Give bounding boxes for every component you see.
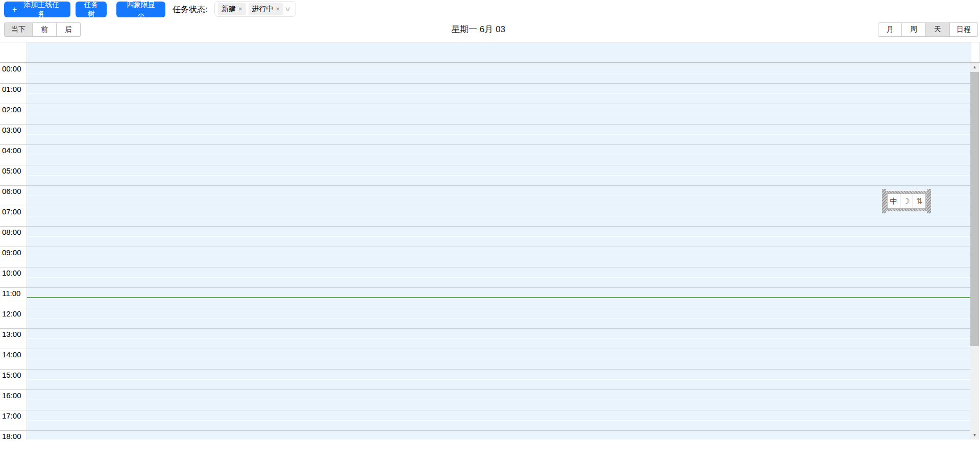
status-tag-label: 新建 [222,5,236,14]
add-main-task-label: 添加主线任务 [20,1,62,19]
time-slot-15:00[interactable] [27,369,970,389]
top-toolbar: + 添加主线任务 任务树 四象限显示 任务状态: 新建×进行中×∨ [0,0,980,20]
allday-lane[interactable] [27,42,971,62]
time-slot-07:00[interactable] [27,206,970,226]
task-status-select[interactable]: 新建×进行中×∨ [214,1,296,17]
time-slot-06:00[interactable] [27,185,970,206]
time-slot-17:00[interactable] [27,410,970,430]
time-label: 00:00 [2,64,21,73]
time-slot-14:00[interactable] [27,349,970,369]
time-label: 18:00 [2,432,21,439]
calendar-header: 当下前后 星期一 6月 03 月周天日程 [0,20,980,38]
time-label: 06:00 [2,187,21,195]
ime-fullwidth-moon-icon[interactable]: ☽ [900,194,913,208]
view-button-日程[interactable]: 日程 [950,22,978,37]
scrollbar-thumb[interactable] [970,72,979,346]
quadrant-display-button[interactable]: 四象限显示 [116,2,165,17]
task-calendar-page: + 添加主线任务 任务树 四象限显示 任务状态: 新建×进行中×∨ 当下前后 星… [0,0,980,465]
time-slot-18:00[interactable] [27,430,970,439]
ime-punctuation-icon[interactable]: ⇅ [913,194,925,208]
allday-row [0,42,980,63]
time-label: 16:00 [2,391,21,400]
task-status-label: 任务状态: [173,0,207,19]
time-label: 01:00 [2,85,21,93]
time-label: 11:00 [2,289,20,298]
status-tag-label: 进行中 [252,5,274,14]
timegrid: 00:0001:0002:0003:0004:0005:0006:0007:00… [0,63,970,439]
time-label: 03:00 [2,126,21,134]
ime-chinese-mode-button[interactable]: 中 [888,194,900,208]
time-label: 10:00 [2,268,21,277]
time-label: 09:00 [2,248,21,257]
view-button-月[interactable]: 月 [878,22,902,37]
status-tag: 新建× [218,3,246,15]
view-button-周[interactable]: 周 [902,22,926,37]
time-slot-01:00[interactable] [27,83,970,104]
nav-button-group: 当下前后 [4,22,81,37]
time-label: 04:00 [2,146,21,155]
time-label: 08:00 [2,228,21,236]
task-tree-button[interactable]: 任务树 [76,2,107,17]
tag-close-icon[interactable]: × [238,6,242,12]
nav-button-后[interactable]: 后 [57,22,81,37]
time-label: 07:00 [2,207,21,216]
status-tag: 进行中× [249,3,284,15]
tag-close-icon[interactable]: × [276,6,280,12]
ime-frame-post [927,189,931,213]
current-time-indicator [27,297,970,298]
time-slot-10:00[interactable] [27,267,970,287]
view-button-天[interactable]: 天 [926,22,950,37]
time-label: 02:00 [2,105,21,114]
nav-button-当下[interactable]: 当下 [4,22,33,37]
time-slot-09:00[interactable] [27,247,970,267]
plus-icon: + [12,6,17,14]
time-slot-16:00[interactable] [27,389,970,410]
time-label: 14:00 [2,350,21,359]
chevron-down-icon: ∨ [284,5,295,13]
time-slot-02:00[interactable] [27,104,970,124]
time-label: 15:00 [2,371,21,379]
time-label: 12:00 [2,309,21,318]
time-slot-08:00[interactable] [27,226,970,247]
ime-frame-post [882,189,886,213]
time-label: 17:00 [2,411,21,420]
time-slot-12:00[interactable] [27,308,970,328]
time-slot-13:00[interactable] [27,328,970,349]
ime-toolbar[interactable]: 中☽⇅ [883,191,930,211]
scrollbar-down-icon[interactable]: ▼ [970,431,979,439]
calendar-title: 星期一 6月 03 [451,20,505,38]
allday-axis-cell [0,42,27,62]
allday-scrollbar-gutter [971,42,980,62]
time-slot-00:00[interactable] [27,63,970,83]
vertical-scrollbar[interactable]: ▲ ▼ [970,63,979,439]
add-main-task-button[interactable]: + 添加主线任务 [4,2,70,17]
time-label: 13:00 [2,330,21,338]
time-slot-05:00[interactable] [27,165,970,185]
scrollbar-up-icon[interactable]: ▲ [970,63,979,71]
view-button-group: 月周天日程 [878,22,978,37]
time-label: 05:00 [2,166,21,175]
time-slot-03:00[interactable] [27,124,970,144]
time-slot-04:00[interactable] [27,144,970,165]
ime-toolbar-buttons: 中☽⇅ [887,193,926,209]
nav-button-前[interactable]: 前 [33,22,57,37]
